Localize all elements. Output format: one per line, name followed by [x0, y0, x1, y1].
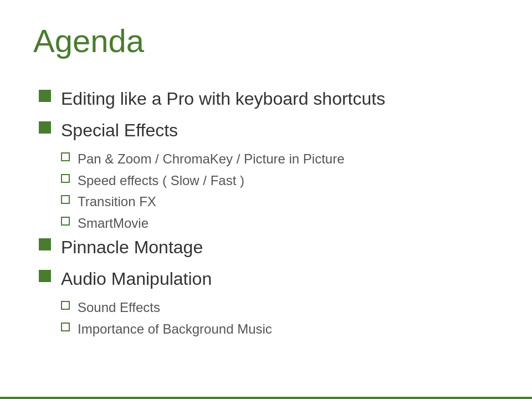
main-item-text: Audio Manipulation [61, 267, 212, 291]
list-item: Sound Effects [61, 299, 499, 316]
sub-bullet-icon [61, 152, 70, 161]
list-item: Audio Manipulation [39, 267, 499, 291]
list-item: Editing like a Pro with keyboard shortcu… [39, 87, 499, 111]
bullet-square-icon [39, 270, 51, 282]
list-item: Pinnacle Montage [39, 236, 499, 259]
sub-item-text: Speed effects ( Slow / Fast ) [78, 172, 244, 190]
list-item: Pan & Zoom / ChromaKey / Picture in Pict… [61, 150, 499, 168]
sub-items-group: Pan & Zoom / ChromaKey / Picture in Pict… [61, 150, 499, 232]
sub-item-text: Pan & Zoom / ChromaKey / Picture in Pict… [78, 150, 345, 168]
sub-bullet-icon [61, 217, 70, 226]
slide-title: Agenda [33, 22, 499, 65]
sub-items-group: Sound Effects Importance of Background M… [61, 299, 499, 338]
main-item-text: Special Effects [61, 119, 178, 142]
content-area: Editing like a Pro with keyboard shortcu… [33, 87, 499, 338]
main-item-text: Editing like a Pro with keyboard shortcu… [61, 87, 385, 111]
sub-bullet-icon [61, 195, 70, 204]
bullet-square-icon [39, 121, 51, 134]
sub-item-text: SmartMovie [78, 214, 149, 232]
sub-bullet-icon [61, 174, 70, 183]
list-item: Speed effects ( Slow / Fast ) [61, 172, 499, 190]
bullet-square-icon [39, 90, 51, 102]
list-item: Special Effects [39, 119, 499, 142]
slide: Agenda Editing like a Pro with keyboard … [0, 0, 532, 399]
sub-bullet-icon [61, 323, 70, 331]
list-item: SmartMovie [61, 214, 499, 232]
sub-item-text: Importance of Background Music [78, 320, 272, 338]
sub-item-text: Sound Effects [78, 299, 160, 316]
bullet-square-icon [39, 238, 51, 250]
list-item: Transition FX [61, 193, 499, 211]
sub-bullet-icon [61, 301, 70, 310]
main-item-text: Pinnacle Montage [61, 236, 203, 259]
bottom-accent-line [0, 397, 532, 399]
list-item: Importance of Background Music [61, 320, 499, 338]
sub-item-text: Transition FX [78, 193, 156, 211]
